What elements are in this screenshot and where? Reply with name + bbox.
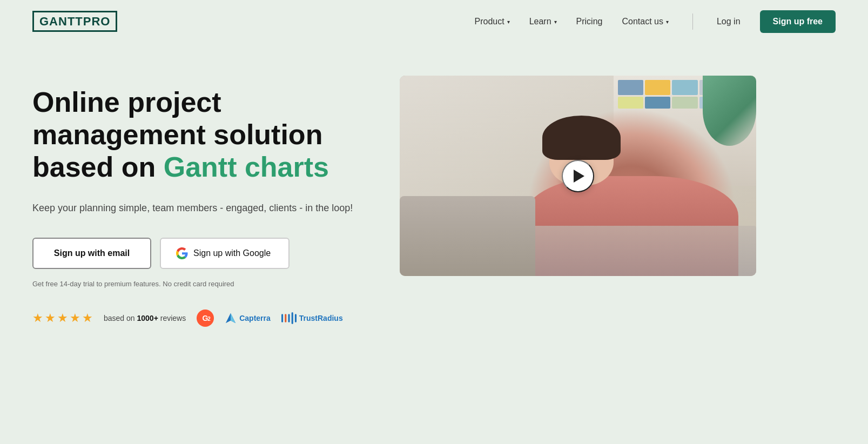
nav-product[interactable]: Product ▾ (475, 17, 510, 26)
video-play-button[interactable] (562, 160, 594, 192)
nav-links: Product ▾ Learn ▾ Pricing Contact us ▾ L… (475, 10, 836, 33)
navbar: GANTTPRO Product ▾ Learn ▾ Pricing Conta… (0, 0, 868, 43)
trial-text: Get free 14-day trial to premium feature… (32, 280, 367, 288)
star-1: ★ (32, 311, 43, 325)
google-icon (176, 247, 188, 259)
ratings-row: ★ ★ ★ ★ ★ based on 1000+ reviews G 2 (32, 310, 367, 327)
nav-login-link[interactable]: Log in (717, 17, 741, 26)
svg-rect-9 (295, 314, 297, 322)
signup-google-button[interactable]: Sign up with Google (160, 238, 290, 269)
svg-rect-8 (291, 312, 293, 324)
svg-rect-6 (285, 314, 286, 322)
svg-rect-5 (281, 314, 283, 322)
hero-subtitle: Keep your planning simple, team members … (32, 200, 367, 216)
chevron-down-icon: ▾ (507, 19, 510, 25)
logo[interactable]: GANTTPRO (32, 15, 117, 29)
g2-badge: G 2 (197, 310, 214, 327)
trustradius-label: TrustRadius (299, 314, 343, 322)
svg-rect-7 (288, 314, 290, 322)
hero-left: Online project management solution based… (32, 76, 367, 327)
chevron-down-icon: ▾ (666, 19, 669, 25)
chevron-down-icon: ▾ (554, 19, 557, 25)
video-container[interactable] (400, 76, 756, 276)
trustradius-icon (281, 312, 297, 324)
star-5: ★ (82, 311, 93, 325)
signup-email-button[interactable]: Sign up with email (32, 238, 151, 269)
svg-text:2: 2 (207, 316, 211, 322)
nav-pricing[interactable]: Pricing (576, 17, 603, 26)
star-3: ★ (57, 311, 68, 325)
g2-icon: G 2 (197, 310, 214, 327)
nav-divider (692, 14, 693, 30)
hero-section: Online project management solution based… (0, 43, 868, 348)
capterra-icon (225, 312, 237, 324)
hero-right (400, 76, 756, 276)
trustradius-badge: TrustRadius (281, 312, 343, 324)
svg-marker-4 (231, 313, 235, 323)
hero-title: Online project management solution based… (32, 86, 367, 183)
star-4: ★ (70, 311, 80, 325)
star-2: ★ (45, 311, 56, 325)
play-icon (574, 170, 584, 183)
capterra-label: Capterra (239, 314, 271, 322)
reviews-text: based on 1000+ reviews (104, 314, 186, 322)
nav-learn[interactable]: Learn ▾ (529, 17, 557, 26)
star-rating: ★ ★ ★ ★ ★ (32, 311, 93, 325)
nav-contact[interactable]: Contact us ▾ (622, 17, 668, 26)
capterra-badge: Capterra (225, 312, 271, 324)
nav-signup-button[interactable]: Sign up free (760, 10, 836, 33)
hero-title-highlight: Gantt charts (164, 151, 329, 183)
cta-buttons: Sign up with email Sign up with Google (32, 238, 367, 269)
